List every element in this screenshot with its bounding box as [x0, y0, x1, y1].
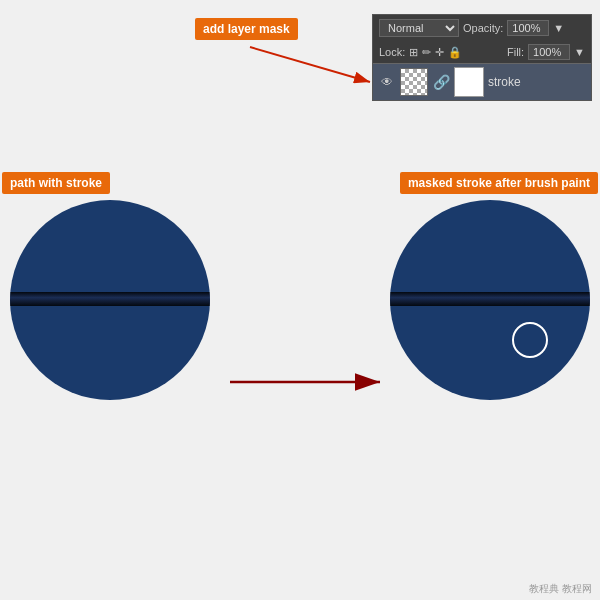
panel-row-layer: 👁 🔗 stroke: [373, 63, 591, 100]
small-white-circle: [512, 322, 548, 358]
opacity-input[interactable]: [507, 20, 549, 36]
masked-stroke-callout: masked stroke after brush paint: [400, 172, 598, 194]
opacity-label: Opacity:: [463, 22, 503, 34]
dropdown-arrow: ▼: [553, 22, 564, 34]
fill-dropdown-arrow: ▼: [574, 46, 585, 58]
panel-row-blending: Normal Opacity: ▼: [373, 15, 591, 41]
watermark: 教程典 教程网: [529, 582, 592, 596]
left-circle: [10, 200, 210, 400]
layer-name-label: stroke: [488, 75, 585, 89]
layer-thumbnail-checker: [400, 68, 428, 96]
right-circle: [390, 200, 590, 400]
panel-row-lock: Lock: ⊞ ✏ ✛ 🔒 Fill: ▼: [373, 41, 591, 63]
layer-mask-thumbnail: [455, 68, 483, 96]
photoshop-panel: Normal Opacity: ▼ Lock: ⊞ ✏ ✛ 🔒 Fill: ▼ …: [372, 14, 592, 101]
lock-icon[interactable]: ⊞: [409, 46, 418, 59]
arrow-to-mask-button: [240, 42, 400, 92]
brush-icon[interactable]: ✏: [422, 46, 431, 59]
padlock-icon[interactable]: 🔒: [448, 46, 462, 59]
stroke-line-right: [390, 292, 590, 306]
fill-input[interactable]: [528, 44, 570, 60]
stroke-line-left: [10, 292, 210, 306]
arrow-between-circles: [225, 370, 390, 394]
chain-link-icon: 🔗: [433, 74, 450, 90]
move-icon[interactable]: ✛: [435, 46, 444, 59]
path-with-stroke-callout: path with stroke: [2, 172, 110, 194]
add-layer-mask-callout: add layer mask: [195, 18, 298, 40]
fill-label: Fill:: [507, 46, 524, 58]
blend-mode-select[interactable]: Normal: [379, 19, 459, 37]
svg-line-1: [250, 47, 370, 82]
